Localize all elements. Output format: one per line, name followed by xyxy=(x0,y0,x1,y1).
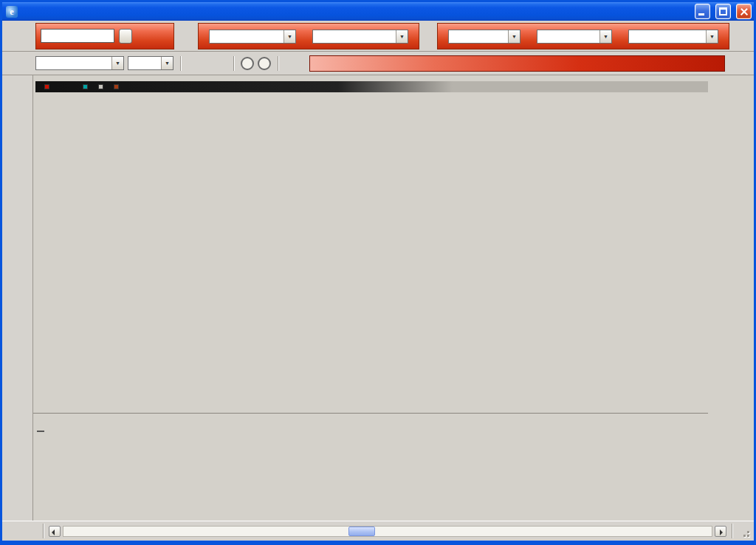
chevron-down-icon[interactable] xyxy=(111,57,123,69)
price-chart[interactable] xyxy=(33,94,708,413)
separator xyxy=(278,56,278,71)
chevron-down-icon[interactable] xyxy=(706,30,718,43)
separator xyxy=(180,56,181,71)
toolbar-row-2 xyxy=(2,52,754,75)
browser-window: e xyxy=(0,0,756,545)
chevron-down-icon[interactable] xyxy=(599,30,611,43)
toolbar-row-1 xyxy=(2,21,754,52)
bottom-toolbar xyxy=(2,521,754,541)
minimize-icon xyxy=(698,13,704,16)
close-button[interactable] xyxy=(736,4,752,19)
time-axis xyxy=(33,413,708,426)
left-menu-panel xyxy=(198,23,419,49)
exchange-dropdown[interactable] xyxy=(35,56,124,70)
save-button[interactable] xyxy=(188,55,205,72)
chevron-down-icon[interactable] xyxy=(508,30,520,43)
ie-logo-icon: e xyxy=(6,6,18,18)
emm100-swatch-icon xyxy=(83,84,88,89)
maximize-button[interactable] xyxy=(715,4,731,19)
macd-axis xyxy=(708,428,754,519)
price-axis xyxy=(708,94,754,413)
macd-chart[interactable] xyxy=(33,428,708,519)
scroll-right-button[interactable] xyxy=(715,526,726,537)
minimize-button[interactable] xyxy=(695,4,710,19)
scale-type-dropdown[interactable] xyxy=(628,30,718,44)
emm10-swatch-icon xyxy=(114,84,119,89)
scrollbar-thumb[interactable] xyxy=(348,527,375,536)
maximize-icon xyxy=(719,7,727,16)
macd-indicator-label[interactable] xyxy=(37,431,44,432)
horizontal-scrollbar[interactable] xyxy=(63,526,712,537)
separator xyxy=(732,524,732,538)
info-button[interactable] xyxy=(258,57,271,70)
vision-dropdown[interactable] xyxy=(537,30,612,44)
emm200-swatch-icon xyxy=(98,84,103,89)
resize-grip[interactable] xyxy=(741,524,750,538)
search-input[interactable] xyxy=(41,29,114,43)
export-chart-button[interactable] xyxy=(732,55,749,72)
chart-settings-panel xyxy=(437,23,729,49)
titlebar[interactable]: e xyxy=(2,2,754,21)
scroll-left-button[interactable] xyxy=(49,526,61,537)
chart-legend xyxy=(35,81,708,92)
chart-link-button[interactable] xyxy=(285,55,303,72)
separator xyxy=(43,524,44,538)
chevron-down-icon[interactable] xyxy=(396,30,408,43)
search-panel xyxy=(35,23,174,49)
instrument-type-dropdown[interactable] xyxy=(128,56,173,70)
main-content xyxy=(2,75,754,521)
chevron-down-icon[interactable] xyxy=(161,57,173,69)
help-button[interactable] xyxy=(241,57,254,70)
left-menu-dropdown[interactable] xyxy=(209,30,296,44)
drawing-toolbar xyxy=(2,75,33,521)
chart-region[interactable] xyxy=(33,75,754,521)
separator xyxy=(233,56,234,71)
ticker-banner xyxy=(309,55,725,72)
workspaces-dropdown[interactable] xyxy=(312,30,408,44)
print-button[interactable] xyxy=(209,55,227,72)
chevron-down-icon[interactable] xyxy=(284,30,295,43)
series-swatch-icon xyxy=(44,84,49,89)
duration-dropdown[interactable] xyxy=(448,30,520,44)
search-button[interactable] xyxy=(119,29,132,44)
